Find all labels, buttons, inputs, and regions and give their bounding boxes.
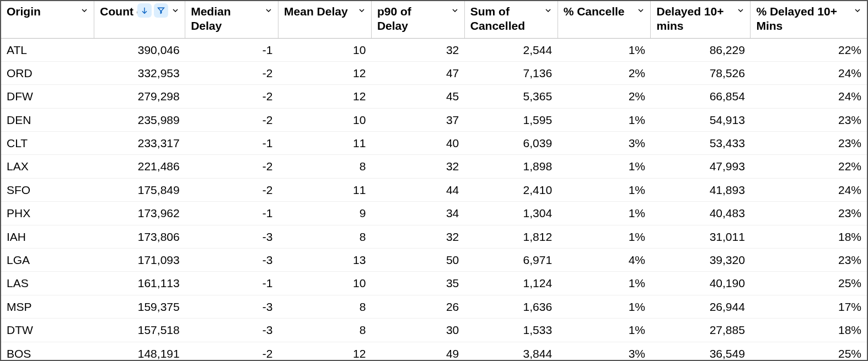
cell-pctc: 1%: [558, 202, 651, 225]
cell-d10: 40,483: [651, 202, 751, 225]
column-header-label: Median Delay: [191, 4, 256, 34]
cell-p90: 34: [371, 202, 464, 225]
cell-sumc: 1,304: [464, 202, 558, 225]
cell-mean: 8: [278, 319, 372, 342]
cell-median: -1: [185, 202, 278, 225]
chevron-down-icon[interactable]: [853, 6, 862, 15]
table-row[interactable]: IAH173,806-38321,8121%31,01118%: [1, 225, 867, 248]
cell-pctc: 1%: [558, 108, 651, 131]
chevron-down-icon[interactable]: [543, 6, 553, 15]
column-header[interactable]: % Cancelle: [558, 1, 651, 38]
cell-p90: 32: [371, 38, 464, 61]
column-header[interactable]: Mean Delay: [278, 1, 372, 38]
table-row[interactable]: PHX173,962-19341,3041%40,48323%: [1, 202, 867, 225]
cell-d10: 36,549: [651, 342, 751, 360]
cell-origin: BOS: [1, 342, 94, 360]
column-header[interactable]: Origin: [1, 1, 94, 38]
cell-d10: 47,993: [651, 155, 751, 178]
cell-median: -1: [185, 132, 278, 155]
table-row[interactable]: ATL390,046-110322,5441%86,22922%: [1, 38, 867, 61]
chevron-down-icon[interactable]: [170, 6, 180, 15]
table-row[interactable]: DFW279,298-212455,3652%66,85424%: [1, 85, 867, 108]
cell-d10: 27,885: [651, 319, 751, 342]
cell-origin: PHX: [1, 202, 94, 225]
cell-pd10: 22%: [751, 38, 867, 61]
table-row[interactable]: DEN235,989-210371,5951%54,91323%: [1, 108, 867, 131]
column-header[interactable]: p90 of Delay: [371, 1, 464, 38]
cell-count: 148,191: [94, 342, 185, 360]
cell-sumc: 6,039: [464, 132, 558, 155]
cell-origin: DTW: [1, 319, 94, 342]
table-row[interactable]: MSP159,375-38261,6361%26,94417%: [1, 295, 867, 318]
cell-count: 233,317: [94, 132, 185, 155]
cell-p90: 32: [371, 225, 464, 248]
table-row[interactable]: ORD332,953-212477,1362%78,52624%: [1, 61, 867, 84]
column-header[interactable]: Count of: [94, 1, 185, 38]
cell-origin: ATL: [1, 38, 94, 61]
data-table: OriginCount ofMedian DelayMean Delayp90 …: [1, 1, 867, 360]
table-row[interactable]: LGA171,093-313506,9714%39,32023%: [1, 249, 867, 272]
cell-sumc: 1,898: [464, 155, 558, 178]
cell-median: -3: [185, 225, 278, 248]
cell-mean: 11: [278, 178, 372, 201]
cell-sumc: 1,812: [464, 225, 558, 248]
cell-pd10: 17%: [751, 295, 867, 318]
column-header[interactable]: Delayed 10+ mins: [651, 1, 751, 38]
column-header-label: p90 of Delay: [377, 4, 442, 34]
cell-mean: 12: [278, 61, 372, 84]
chevron-down-icon[interactable]: [264, 6, 274, 15]
table-row[interactable]: BOS148,191-212493,8443%36,54925%: [1, 342, 867, 360]
cell-sumc: 3,844: [464, 342, 558, 360]
table-scroll-area[interactable]: OriginCount ofMedian DelayMean Delayp90 …: [1, 1, 867, 360]
cell-pd10: 18%: [751, 225, 867, 248]
cell-count: 173,806: [94, 225, 185, 248]
cell-origin: MSP: [1, 295, 94, 318]
table-body: ATL390,046-110322,5441%86,22922%ORD332,9…: [1, 38, 867, 360]
cell-pctc: 2%: [558, 61, 651, 84]
cell-sumc: 2,410: [464, 178, 558, 201]
cell-mean: 10: [278, 38, 372, 61]
cell-mean: 13: [278, 249, 372, 272]
cell-mean: 10: [278, 272, 372, 295]
chevron-down-icon[interactable]: [450, 6, 460, 15]
column-header[interactable]: Sum of Cancelled: [464, 1, 558, 38]
cell-mean: 10: [278, 108, 372, 131]
cell-sumc: 1,124: [464, 272, 558, 295]
cell-origin: LAX: [1, 155, 94, 178]
cell-d10: 40,190: [651, 272, 751, 295]
cell-pctc: 1%: [558, 272, 651, 295]
cell-mean: 8: [278, 155, 372, 178]
cell-origin: DEN: [1, 108, 94, 131]
cell-origin: DFW: [1, 85, 94, 108]
table-row[interactable]: LAS161,113-110351,1241%40,19025%: [1, 272, 867, 295]
cell-sumc: 2,544: [464, 38, 558, 61]
column-header[interactable]: % Delayed 10+ Mins: [751, 1, 867, 38]
table-row[interactable]: DTW157,518-38301,5331%27,88518%: [1, 319, 867, 342]
cell-sumc: 6,971: [464, 249, 558, 272]
cell-median: -3: [185, 319, 278, 342]
cell-p90: 40: [371, 132, 464, 155]
chevron-down-icon[interactable]: [79, 6, 89, 15]
cell-pd10: 23%: [751, 249, 867, 272]
sort-desc-icon[interactable]: [137, 3, 152, 18]
cell-p90: 35: [371, 272, 464, 295]
cell-origin: LAS: [1, 272, 94, 295]
cell-mean: 11: [278, 132, 372, 155]
cell-count: 161,113: [94, 272, 185, 295]
cell-median: -3: [185, 295, 278, 318]
cell-pctc: 1%: [558, 155, 651, 178]
filter-icon[interactable]: [154, 3, 168, 18]
column-header[interactable]: Median Delay: [185, 1, 278, 38]
chevron-down-icon[interactable]: [736, 6, 746, 15]
cell-pd10: 25%: [751, 342, 867, 360]
cell-mean: 8: [278, 295, 372, 318]
chevron-down-icon[interactable]: [636, 6, 646, 15]
cell-median: -3: [185, 249, 278, 272]
table-row[interactable]: CLT233,317-111406,0393%53,43323%: [1, 132, 867, 155]
cell-median: -1: [185, 272, 278, 295]
chevron-down-icon[interactable]: [357, 6, 367, 15]
cell-origin: SFO: [1, 178, 94, 201]
cell-p90: 32: [371, 155, 464, 178]
table-row[interactable]: LAX221,486-28321,8981%47,99322%: [1, 155, 867, 178]
table-row[interactable]: SFO175,849-211442,4101%41,89324%: [1, 178, 867, 201]
